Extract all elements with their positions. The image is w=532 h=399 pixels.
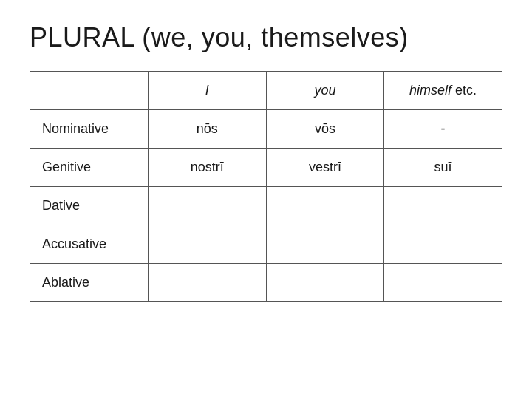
table-row-ablative: Ablative (30, 264, 502, 302)
row-accusative-col2 (148, 225, 266, 264)
header-col3: you (266, 72, 384, 110)
row-ablative-col2 (148, 264, 266, 302)
table-row-accusative: Accusative (30, 225, 502, 264)
table-row-dative: Dative (30, 187, 502, 225)
table-row-nominative: Nominative nōs vōs - (30, 110, 502, 149)
page-title: PLURAL (we, you, themselves) (30, 22, 409, 53)
row-genitive-col2: nostrī (148, 149, 266, 187)
table-row-genitive: Genitive nostrī vestrī suī (30, 149, 502, 187)
header-col4: himself etc. (384, 72, 502, 110)
row-nominative-col2: nōs (148, 110, 266, 149)
row-genitive-col3: vestrī (266, 149, 384, 187)
table-header-row: I you himself etc. (30, 72, 502, 110)
row-dative-col2 (148, 187, 266, 225)
row-accusative-col3 (266, 225, 384, 264)
row-ablative-col3 (266, 264, 384, 302)
row-dative-col3 (266, 187, 384, 225)
row-nominative-col4: - (384, 110, 502, 149)
row-label-accusative: Accusative (30, 225, 149, 264)
header-col2: I (148, 72, 266, 110)
row-label-ablative: Ablative (30, 264, 149, 302)
row-label-nominative: Nominative (30, 110, 149, 149)
row-nominative-col3: vōs (266, 110, 384, 149)
row-label-genitive: Genitive (30, 149, 149, 187)
row-label-dative: Dative (30, 187, 149, 225)
row-accusative-col4 (384, 225, 502, 264)
row-genitive-col4: suī (384, 149, 502, 187)
row-dative-col4 (384, 187, 502, 225)
grammar-table: I you himself etc. Nominative nōs vōs - … (30, 71, 502, 302)
row-ablative-col4 (384, 264, 502, 302)
header-col1 (30, 72, 149, 110)
